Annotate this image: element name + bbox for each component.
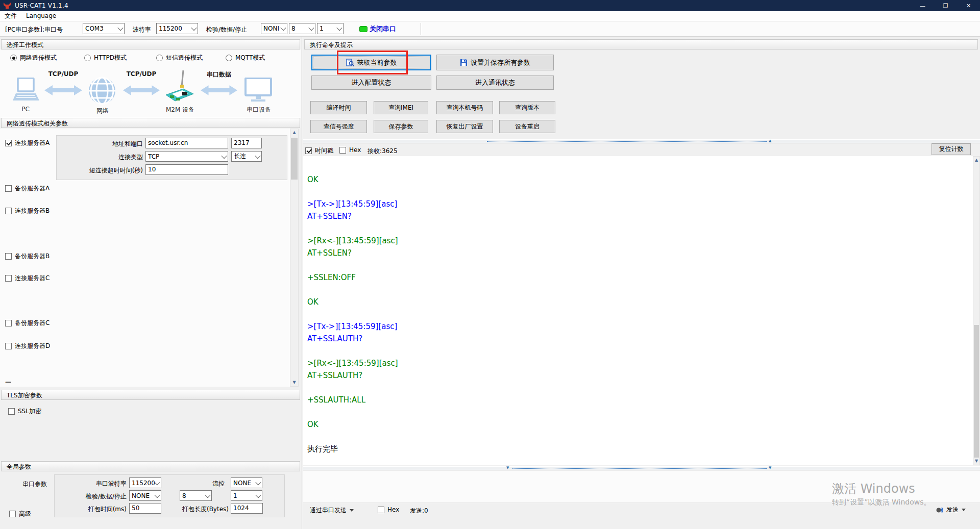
chevron-down-icon <box>336 25 342 31</box>
command-button-1[interactable]: 查询IMEI <box>374 101 428 114</box>
scroll-down-icon[interactable]: ▼ <box>973 458 979 465</box>
checkbox-ssl[interactable]: SSL加密 <box>8 407 41 416</box>
baud-select[interactable]: 115200 <box>156 23 198 34</box>
set-save-params-button[interactable]: 设置并保存所有参数 <box>436 55 554 70</box>
bottom-splitter[interactable]: ▼ ▼ <box>303 466 980 470</box>
link-label-tcp1: TCP/UDP <box>44 70 83 78</box>
params-scrollbar[interactable]: ▲ ▼ <box>290 129 299 387</box>
scroll-down-icon[interactable]: ▼ <box>290 379 298 386</box>
close-button[interactable]: ✕ <box>957 0 980 11</box>
minimize-button[interactable]: — <box>911 0 934 11</box>
title-bar: USR-CAT1 V1.1.4 — ❐ ✕ <box>0 0 980 11</box>
g-parity-select[interactable]: NONE <box>129 490 161 501</box>
short-timeout-label: 短连接超时时间(秒) <box>61 166 143 175</box>
checkbox-icon <box>5 343 12 349</box>
checkbox-server-3[interactable]: 连接服务器C <box>5 274 50 283</box>
chevron-down-icon <box>350 509 354 512</box>
server-checkbox-label: 备份服务器C <box>15 319 50 328</box>
scroll-up-icon[interactable]: ▲ <box>290 129 298 136</box>
console-line <box>307 186 973 198</box>
checkbox-icon <box>8 408 15 415</box>
checkbox-server-4[interactable]: 备份服务器C <box>5 319 50 328</box>
console-log[interactable]: OK >[Tx->][13:45:59][asc]AT+SSLEN? >[Rx<… <box>303 156 973 465</box>
search-doc-icon <box>346 59 354 67</box>
close-port-button[interactable]: 关闭串口 <box>370 24 396 34</box>
checkbox-server-5[interactable]: 连接服务器D <box>5 342 50 350</box>
databits-select[interactable]: 8 <box>289 23 315 34</box>
console-line: OK <box>307 418 973 431</box>
send-via-serial-button[interactable]: 通过串口发送 <box>310 506 354 515</box>
work-mode-option-3[interactable]: MQTT模式 <box>226 54 265 62</box>
server-address-input[interactable]: socket.usr.cn <box>145 138 228 148</box>
flow-select[interactable]: NONE <box>231 477 262 488</box>
command-button-0[interactable]: 编译时间 <box>310 101 367 114</box>
radio-icon <box>156 55 163 61</box>
checkbox-timestamp[interactable]: 时间戳 <box>305 146 333 155</box>
short-timeout-input[interactable]: 10 <box>145 164 228 175</box>
command-button-label: 查询本机号码 <box>447 104 483 112</box>
work-mode-option-2[interactable]: 短信透传模式 <box>156 54 203 62</box>
splitter-collapse-up-icon[interactable]: ▲ <box>769 139 771 143</box>
work-mode-option-1[interactable]: HTTPD模式 <box>84 54 127 62</box>
radio-icon <box>84 55 91 61</box>
checkbox-send-hex[interactable]: Hex <box>378 506 399 513</box>
checkbox-server-0[interactable]: 备份服务器A <box>5 184 50 193</box>
command-button-2[interactable]: 查询本机号码 <box>436 101 493 114</box>
work-mode-option-label: HTTPD模式 <box>94 54 127 62</box>
enter-comm-button[interactable]: 进入通讯状态 <box>436 75 554 90</box>
conn-type-select[interactable]: TCP <box>145 151 228 162</box>
menu-file[interactable]: 文件 <box>0 11 21 21</box>
reset-counter-button[interactable]: 复位计数 <box>932 143 971 155</box>
checkbox-recv-hex[interactable]: Hex <box>339 146 361 154</box>
command-button-6[interactable]: 恢复出厂设置 <box>436 120 493 133</box>
section-tls: TLS加密参数 <box>1 390 300 400</box>
keep-mode-select[interactable]: 长连 <box>231 151 262 162</box>
stopbits-select[interactable]: 1 <box>317 23 344 34</box>
scroll-up-icon[interactable]: ▲ <box>973 157 979 164</box>
send-textarea[interactable] <box>303 471 980 503</box>
parity-select[interactable]: NONI <box>261 23 287 34</box>
get-params-button[interactable]: 获取当前参数 <box>311 55 431 70</box>
checkbox-icon <box>9 511 16 517</box>
console-line <box>307 284 973 296</box>
enter-config-button[interactable]: 进入配置状态 <box>311 75 431 90</box>
console-line: AT+SSLEN? <box>307 247 973 259</box>
section-global: 全局参数 <box>1 461 300 471</box>
command-button-4[interactable]: 查信号强度 <box>310 120 367 133</box>
g-databits-select[interactable]: 8 <box>180 490 212 501</box>
panel-divider[interactable] <box>302 36 302 529</box>
chevron-down-icon <box>308 25 314 31</box>
server-checkbox-label: 连接服务器D <box>15 342 50 350</box>
checkbox-icon <box>5 275 12 282</box>
send-button[interactable]: 发送 <box>936 506 966 514</box>
command-button-label: 查询IMEI <box>388 104 413 112</box>
command-button-7[interactable]: 设备重启 <box>499 120 555 133</box>
com-port-select[interactable]: COM3 <box>83 23 125 34</box>
checkbox-icon <box>5 320 12 326</box>
checkbox-server-1[interactable]: 连接服务器B <box>5 207 50 215</box>
chevron-down-icon <box>255 479 261 485</box>
node-label-serial-device: 串口设备 <box>244 106 274 114</box>
port-open-led-icon <box>359 26 368 32</box>
scrollbar-thumb[interactable] <box>974 325 979 458</box>
console-scrollbar[interactable]: ▲ ▼ <box>973 156 980 465</box>
g-baud-select[interactable]: 115200 <box>129 477 161 488</box>
command-button-5[interactable]: 保存参数 <box>374 120 428 133</box>
console-line <box>307 222 973 235</box>
checkbox-advanced[interactable]: 高级 <box>9 510 31 518</box>
g-stopbits-select[interactable]: 1 <box>231 490 262 501</box>
splitter-collapse-down-icon[interactable]: ▼ <box>506 466 509 470</box>
checkbox-connect-server-a[interactable]: 连接服务器A <box>5 139 50 147</box>
maximize-button[interactable]: ❐ <box>934 0 957 11</box>
serial-group-label: 串口参数 <box>10 480 47 489</box>
pack-len-input[interactable]: 1024 <box>231 503 263 514</box>
work-mode-option-0[interactable]: 网络透传模式 <box>10 54 57 62</box>
pack-time-input[interactable]: 50 <box>129 503 161 514</box>
splitter-collapse-down-icon[interactable]: ▼ <box>769 466 771 470</box>
top-splitter[interactable]: ▲ <box>303 139 980 143</box>
checkbox-server-2[interactable]: 备份服务器B <box>5 252 50 261</box>
scrollbar-thumb[interactable] <box>291 138 298 180</box>
server-port-input[interactable]: 2317 <box>231 138 262 148</box>
menu-language[interactable]: Language <box>21 11 61 21</box>
command-button-3[interactable]: 查询版本 <box>499 101 555 114</box>
